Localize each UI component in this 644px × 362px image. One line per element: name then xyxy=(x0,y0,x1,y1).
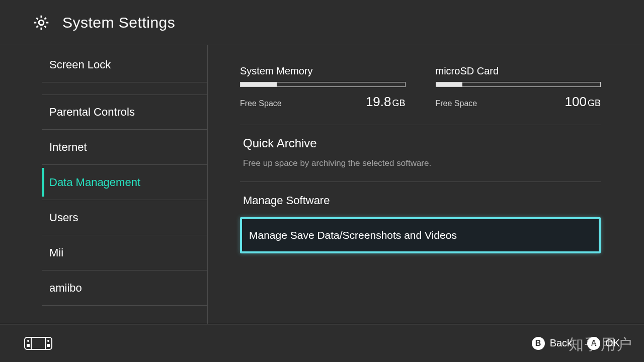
sidebar-item-label: Mii xyxy=(49,246,63,259)
sidebar-item-parental-controls[interactable]: Parental Controls xyxy=(42,95,207,130)
sidebar-item-users[interactable]: Users xyxy=(42,200,207,235)
sidebar-item-data-management[interactable]: Data Management xyxy=(42,165,207,200)
footer: B Back A OK xyxy=(0,324,644,362)
back-button[interactable]: B Back xyxy=(532,337,572,350)
controller-icon xyxy=(24,337,52,350)
back-label: Back xyxy=(550,337,572,349)
a-button-icon: A xyxy=(587,337,600,350)
svg-rect-5 xyxy=(27,344,30,347)
page-title: System Settings xyxy=(62,14,175,31)
sidebar-item-label: Data Management xyxy=(49,176,140,189)
microsd-info: Free Space 100GB xyxy=(436,94,601,110)
storage-row: System Memory Free Space 19.8GB microSD … xyxy=(240,65,601,125)
microsd-block[interactable]: microSD Card Free Space 100GB xyxy=(436,65,601,110)
sidebar-item-label: Users xyxy=(49,211,78,224)
manage-software-heading[interactable]: Manage Software xyxy=(240,194,601,207)
quick-archive-section[interactable]: Quick Archive Free up space by archiving… xyxy=(240,125,601,182)
sidebar-item-mii[interactable]: Mii xyxy=(42,235,207,270)
sidebar-item-label: Internet xyxy=(49,141,87,154)
manage-section: Manage Software Manage Save Data/Screens… xyxy=(240,182,601,253)
microsd-bar xyxy=(436,82,601,87)
microsd-title: microSD Card xyxy=(436,65,601,77)
b-button-icon: B xyxy=(532,337,545,350)
quick-archive-title: Quick Archive xyxy=(240,136,601,150)
microsd-free-value: 100GB xyxy=(565,94,601,110)
svg-rect-1 xyxy=(25,337,52,349)
system-memory-info: Free Space 19.8GB xyxy=(240,94,406,110)
svg-point-4 xyxy=(47,340,49,342)
svg-rect-2 xyxy=(31,337,45,349)
sidebar-item-screen-lock[interactable]: Screen Lock xyxy=(42,47,207,82)
system-memory-free-value: 19.8GB xyxy=(366,94,406,110)
svg-point-0 xyxy=(39,20,44,25)
sidebar-item-label: Parental Controls xyxy=(49,106,135,119)
ok-button[interactable]: A OK xyxy=(587,337,620,350)
quick-archive-desc: Free up space by archiving the selected … xyxy=(240,158,601,168)
manage-save-data-option[interactable]: Manage Save Data/Screenshots and Videos xyxy=(240,217,601,253)
main: Screen Lock Parental Controls Internet D… xyxy=(0,45,644,324)
sidebar-item-amiibo[interactable]: amiibo xyxy=(42,270,207,306)
ok-label: OK xyxy=(605,337,620,349)
gear-icon xyxy=(32,14,50,32)
sidebar: Screen Lock Parental Controls Internet D… xyxy=(0,45,207,324)
svg-rect-6 xyxy=(47,344,50,347)
footer-hints: B Back A OK xyxy=(532,337,620,350)
system-memory-block[interactable]: System Memory Free Space 19.8GB xyxy=(240,65,406,110)
manage-save-data-label: Manage Save Data/Screenshots and Videos xyxy=(249,229,457,241)
microsd-bar-fill xyxy=(436,82,462,86)
system-memory-bar xyxy=(240,82,406,87)
header: System Settings xyxy=(0,0,644,45)
microsd-free-label: Free Space xyxy=(436,99,477,108)
content-panel: System Memory Free Space 19.8GB microSD … xyxy=(207,45,644,324)
svg-point-3 xyxy=(27,340,29,342)
system-memory-free-label: Free Space xyxy=(240,99,282,108)
system-memory-bar-fill xyxy=(240,82,277,86)
system-memory-title: System Memory xyxy=(240,65,406,77)
sidebar-item-label: Screen Lock xyxy=(49,58,111,71)
sidebar-item-label: amiibo xyxy=(49,282,82,295)
sidebar-item-internet[interactable]: Internet xyxy=(42,130,207,165)
